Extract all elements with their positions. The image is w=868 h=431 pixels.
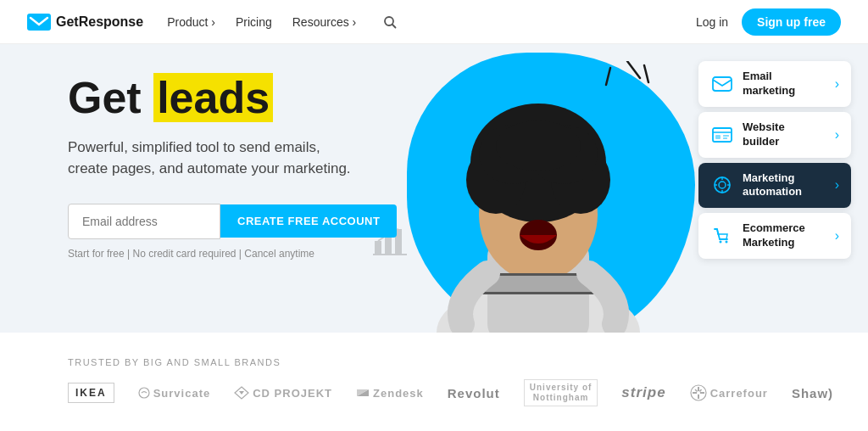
- cdprojekt-icon: [234, 386, 249, 400]
- svg-point-13: [496, 120, 581, 171]
- cdprojekt-text: CD PROJEKT: [253, 387, 332, 400]
- hero-footnote: Start for free | No credit card required…: [68, 248, 373, 260]
- carrefour-text: Carrefour: [710, 387, 768, 400]
- signup-button[interactable]: Sign up free: [742, 8, 841, 36]
- ecommerce-icon: [710, 224, 734, 248]
- hero-content: Get leads Powerful, simplified tool to s…: [0, 44, 407, 333]
- survicate-text: Survicate: [153, 387, 211, 400]
- zendesk-text: Zendesk: [373, 387, 424, 400]
- svg-point-38: [697, 391, 700, 395]
- website-builder-icon: [710, 123, 734, 147]
- website-builder-label: Websitebuilder: [743, 120, 785, 149]
- ecommerce-label: EcommerceMarketing: [743, 221, 805, 250]
- trusted-section: TRUSTED BY BIG AND SMALL BRANDS IKEA Sur…: [0, 333, 868, 431]
- carrefour-icon: [690, 384, 707, 401]
- feature-cards: Emailmarketing › Websitebuilder ›: [698, 61, 851, 259]
- email-marketing-icon: [710, 72, 734, 96]
- feature-card-ecommerce[interactable]: EcommerceMarketing ›: [698, 213, 851, 259]
- stripe-text: stripe: [621, 384, 665, 401]
- nav-link-resources[interactable]: Resources ›: [292, 15, 356, 29]
- website-builder-arrow: ›: [835, 127, 839, 143]
- hero-image-area: Emailmarketing › Websitebuilder ›: [356, 44, 868, 333]
- brand-ikea: IKEA: [68, 383, 114, 403]
- navbar: GetResponse Product › Pricing Resources …: [0, 0, 868, 44]
- svg-point-29: [719, 182, 726, 188]
- email-marketing-label: Emailmarketing: [743, 70, 795, 98]
- marketing-automation-arrow: ›: [835, 177, 839, 193]
- ecommerce-arrow: ›: [835, 228, 839, 243]
- shaw-text: Shaw): [792, 386, 833, 400]
- headline-highlight: leads: [153, 73, 273, 122]
- nottingham-text: University ofNottingham: [530, 383, 593, 403]
- zendesk-icon: [356, 386, 370, 400]
- person-svg: [403, 70, 674, 333]
- feature-card-marketing[interactable]: Marketingautomation ›: [698, 163, 851, 209]
- revolut-text: Revolut: [448, 386, 500, 400]
- hero-person: [403, 70, 674, 333]
- svg-point-36: [139, 388, 149, 398]
- email-marketing-arrow: ›: [835, 76, 839, 92]
- headline-text-1: Get: [68, 73, 153, 122]
- feature-card-website[interactable]: Websitebuilder ›: [698, 112, 851, 158]
- ikea-logo: IKEA: [68, 383, 114, 403]
- brand-revolut: Revolut: [448, 386, 500, 400]
- trusted-label: TRUSTED BY BIG AND SMALL BRANDS: [68, 357, 800, 367]
- nav-right: Log in Sign up free: [696, 8, 841, 36]
- marketing-automation-icon: [710, 173, 734, 197]
- svg-rect-0: [27, 14, 51, 31]
- nav-link-product[interactable]: Product ›: [167, 15, 215, 29]
- logo-icon: [27, 14, 51, 31]
- nav-links: Product › Pricing Resources ›: [167, 15, 696, 29]
- nav-link-pricing[interactable]: Pricing: [236, 15, 272, 29]
- email-input[interactable]: [68, 204, 220, 239]
- svg-rect-22: [713, 77, 732, 91]
- hero-section: Get leads Powerful, simplified tool to s…: [0, 44, 868, 333]
- login-button[interactable]: Log in: [696, 15, 728, 29]
- logo-text: GetResponse: [56, 14, 143, 30]
- hero-subtitle: Powerful, simplified tool to send emails…: [68, 137, 356, 180]
- svg-rect-23: [713, 128, 732, 142]
- search-icon[interactable]: [383, 15, 397, 29]
- brand-zendesk: Zendesk: [356, 386, 424, 400]
- brand-logos: IKEA Survicate CD PROJEKT Zendesk Re: [68, 379, 800, 406]
- svg-rect-26: [723, 135, 729, 137]
- svg-point-34: [720, 241, 722, 243]
- cta-button[interactable]: CREATE FREE ACCOUNT: [220, 204, 397, 238]
- logo[interactable]: GetResponse: [27, 14, 143, 31]
- brand-cdprojekt: CD PROJEKT: [234, 386, 332, 400]
- svg-rect-27: [723, 137, 727, 139]
- brand-survicate: Survicate: [138, 387, 211, 400]
- brand-stripe: stripe: [621, 384, 665, 401]
- survicate-icon: [138, 387, 150, 399]
- hero-headline: Get leads: [68, 75, 373, 121]
- brand-carrefour: Carrefour: [690, 384, 768, 401]
- svg-rect-25: [715, 135, 721, 139]
- svg-point-35: [726, 241, 728, 243]
- hero-form: CREATE FREE ACCOUNT: [68, 204, 373, 239]
- feature-card-email[interactable]: Emailmarketing ›: [698, 61, 851, 107]
- marketing-automation-label: Marketingautomation: [743, 171, 802, 200]
- brand-shaw: Shaw): [792, 386, 833, 400]
- brand-nottingham: University ofNottingham: [524, 379, 598, 406]
